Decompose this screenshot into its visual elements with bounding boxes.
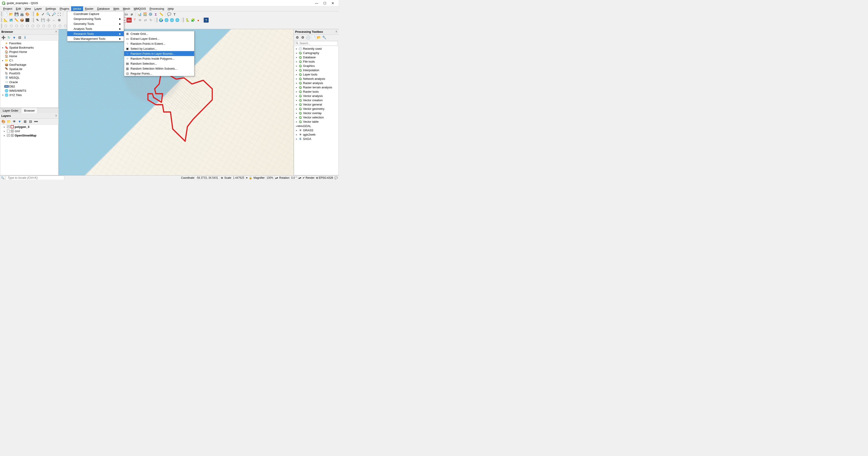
python-console-icon[interactable]: 🐍	[185, 18, 190, 23]
refresh-browser-icon[interactable]: ↻	[6, 35, 11, 40]
menu-layer[interactable]: Layer	[33, 6, 44, 11]
add-layer-icon[interactable]: ➕	[1, 35, 6, 40]
locator-input[interactable]	[6, 176, 64, 180]
snap10-icon[interactable]: ⬡	[52, 24, 57, 28]
processing-item-vector-selection[interactable]: ▸Vector selection	[294, 115, 339, 119]
toggle-editing-icon[interactable]: ✎	[35, 18, 40, 23]
processing-item-vector-analysis[interactable]: ▸Vector analysis	[294, 94, 339, 98]
processing-item-vector-table[interactable]: ▸Vector table	[294, 119, 339, 124]
vector-menu-geoprocessing-tools[interactable]: Geoprocessing Tools▶	[67, 16, 124, 21]
messages-button[interactable]: 💬	[334, 176, 338, 179]
processing-item-database[interactable]: ▸Database	[294, 55, 339, 59]
snap5-icon[interactable]: ⬡	[25, 24, 30, 28]
snap7-icon[interactable]: ⬡	[36, 24, 41, 28]
magnifier-spinner-icon[interactable]: ▴▾	[275, 176, 278, 179]
magnifier-value[interactable]: 100%	[265, 176, 275, 180]
style-manager-icon[interactable]: 🎨	[25, 12, 30, 17]
vector-menu-dropdown[interactable]: Coordinate CaptureGeoprocessing Tools▶Ge…	[67, 11, 124, 41]
research-item-rand-pts[interactable]: ⁘Random Points in Extent...	[124, 41, 194, 46]
add-vector-layer-icon[interactable]: 📐	[3, 18, 8, 23]
snap-icon[interactable]: ⬡	[3, 24, 8, 28]
vector-menu-data-management-tools[interactable]: Data Management Tools▶	[67, 36, 124, 41]
research-item-grid[interactable]: ⊞Create Grid...	[124, 31, 194, 36]
pan-to-selection-icon[interactable]: ⤢	[40, 12, 45, 17]
processing-history-icon[interactable]: 🕘	[306, 35, 310, 40]
snap6-icon[interactable]: ⬡	[30, 24, 35, 28]
snap4-icon[interactable]: ⬡	[20, 24, 24, 28]
menu-mmqgis[interactable]: MMQGIS	[132, 6, 148, 11]
zoom-in-icon[interactable]: 🔍	[46, 12, 51, 17]
move-feature-icon[interactable]: ↔	[51, 18, 56, 23]
layer-checkbox[interactable]: ✓	[7, 134, 10, 137]
processing-item-saga[interactable]: ▸SSAGA	[294, 137, 339, 141]
minimize-button[interactable]: —	[312, 1, 321, 6]
show-labels-icon[interactable]: 👁	[137, 18, 143, 23]
maptips-icon[interactable]: 💬	[167, 12, 172, 17]
statistics-icon[interactable]: Σ	[153, 12, 158, 17]
browser-item-db2[interactable]: DB2DB2	[0, 84, 58, 89]
properties-icon[interactable]: ℹ	[23, 35, 28, 40]
processing-item-recently-used[interactable]: ▸🕘Recently used	[294, 47, 339, 51]
open-attribute-table-icon[interactable]: 📊	[137, 12, 142, 17]
menu-edit[interactable]: Edit	[14, 6, 23, 11]
layer-styling-icon[interactable]: 🎨	[1, 119, 6, 124]
expand-all-icon[interactable]: ⊞	[23, 119, 28, 124]
text-annotation-icon[interactable]: T	[172, 12, 177, 17]
browser-item-mssql[interactable]: 🗄MSSQL	[0, 76, 58, 80]
save-edits-icon[interactable]: 💾	[40, 18, 45, 23]
menu-settings[interactable]: Settings	[43, 6, 58, 11]
browser-item-geopackage[interactable]: 📦GeoPackage	[0, 63, 58, 67]
select-features-icon[interactable]: ▭	[124, 12, 129, 17]
render-toggle[interactable]: ✔ Render	[303, 176, 314, 179]
zoom-out-icon[interactable]: 🔎	[51, 12, 56, 17]
processing-options-icon[interactable]: 🔧	[322, 35, 327, 40]
open-project-icon[interactable]: 📂	[8, 12, 13, 17]
plugin1-icon[interactable]: 🧩	[190, 18, 195, 23]
measure-icon[interactable]: 📏	[159, 12, 164, 17]
snap8-icon[interactable]: ⬡	[41, 24, 46, 28]
processing-item-vector-overlay[interactable]: ▸Vector overlay	[294, 111, 339, 115]
globe-tool2-icon[interactable]: 🌐	[169, 18, 174, 23]
maximize-button[interactable]: ☐	[321, 1, 329, 6]
remove-layer-icon[interactable]: ➖	[33, 119, 38, 124]
layer-row-openstreetmap[interactable]: ▸✓OpenStreetMap	[0, 133, 58, 138]
add-feature-icon[interactable]: ➕	[46, 18, 51, 23]
help-icon[interactable]: ?	[204, 18, 209, 23]
add-raster-layer-icon[interactable]: 🗺️	[8, 18, 13, 23]
processing-model-icon[interactable]: ⚙	[295, 35, 300, 40]
rotation-value[interactable]: 0.0 °	[290, 176, 298, 180]
globe-tool1-icon[interactable]: 🌐	[164, 18, 169, 23]
extents-toggle-icon[interactable]: ⊕	[221, 176, 223, 179]
processing-toolbox-icon[interactable]: ⚙️	[148, 12, 153, 17]
collapse-all-layers-icon[interactable]: ⊟	[28, 119, 33, 124]
processing-item-raster-tools[interactable]: ▸Raster tools	[294, 89, 339, 94]
globe-green-icon[interactable]: 🌍	[158, 18, 163, 23]
menu-project[interactable]: Project	[1, 6, 14, 11]
new-project-icon[interactable]: 📄	[3, 12, 8, 17]
research-item-sel-loc[interactable]: ▣Select by Location...	[124, 46, 194, 51]
pin-label-icon[interactable]: 📍	[132, 18, 137, 23]
vector-menu-research-tools[interactable]: Research Tools▶	[67, 31, 124, 36]
close-button[interactable]: ✕	[329, 1, 337, 6]
browser-item-oracle[interactable]: ⬭Oracle	[0, 80, 58, 84]
browser-item-postgis[interactable]: 🐘PostGIS	[0, 71, 58, 76]
research-tools-submenu[interactable]: ⊞Create Grid...▭Extract Layer Extent...⁘…	[124, 31, 194, 76]
processing-item-file-tools[interactable]: ▸File tools	[294, 59, 339, 64]
menu-database[interactable]: Database	[95, 6, 112, 11]
node-tool-icon[interactable]: ⬣	[57, 18, 62, 23]
filter-legend-icon[interactable]: ▼	[17, 119, 22, 124]
browser-item-xyz-tiles[interactable]: ▾🌐XYZ Tiles	[0, 93, 58, 97]
processing-item-raster-terrain-analysis[interactable]: ▸Raster terrain analysis	[294, 85, 339, 89]
layer-checkbox[interactable]	[7, 130, 10, 133]
processing-item-cartography[interactable]: ▸Cartography	[294, 51, 339, 55]
processing-item-qgis2web[interactable]: ▸✳qgis2web	[294, 133, 339, 137]
processing-item-grass[interactable]: ▸✳GRASS	[294, 128, 339, 133]
research-item-reg-pts[interactable]: ⊡Regular Points...	[124, 71, 194, 76]
add-group-icon[interactable]: 📁	[6, 119, 11, 124]
processing-item-vector-general[interactable]: ▸Vector general	[294, 102, 339, 107]
processing-item-vector-creation[interactable]: ▸Vector creation	[294, 98, 339, 102]
menu-view[interactable]: View	[23, 6, 33, 11]
processing-item-graphics[interactable]: ▸Graphics	[294, 64, 339, 68]
menu-web[interactable]: Web	[112, 6, 121, 11]
processing-item-layer-tools[interactable]: ▸Layer tools	[294, 72, 339, 77]
